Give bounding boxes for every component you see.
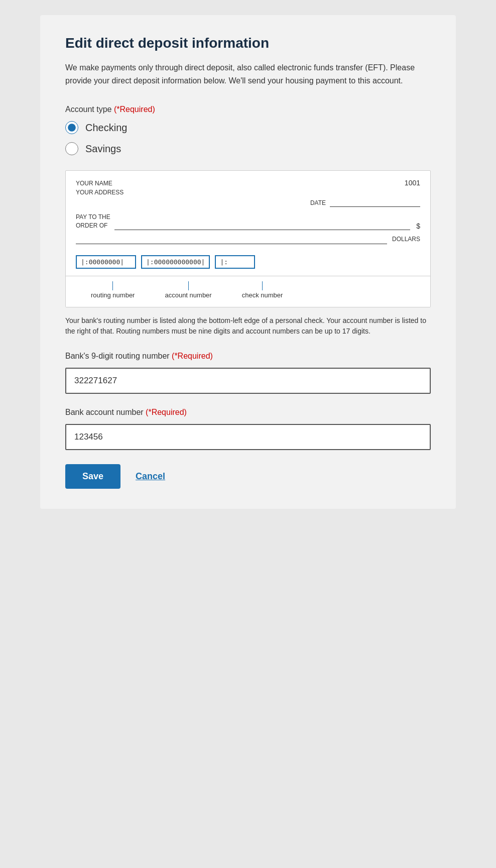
account-label-group: account number (165, 281, 211, 300)
routing-number-group: Bank's 9-digit routing number (*Required… (65, 352, 431, 394)
check-top-section: YOUR NAME YOUR ADDRESS 1001 DATE PAY TO … (66, 171, 430, 276)
check-pay-line (114, 220, 411, 230)
routing-number-input[interactable] (65, 368, 431, 394)
save-button[interactable]: Save (65, 464, 120, 489)
account-type-label: Account type (*Required) (65, 105, 431, 114)
micr-account-field: |:000000000000| (141, 255, 210, 269)
check-info-text: Your bank's routing number is listed alo… (65, 315, 431, 337)
routing-label-group: routing number (91, 281, 135, 300)
check-dollars-line (76, 234, 387, 244)
account-type-group: Account type (*Required) Checking Saving… (65, 105, 431, 155)
account-field-label: Bank account number (*Required) (65, 408, 431, 417)
checking-radio[interactable] (65, 121, 78, 134)
check-connector (262, 281, 263, 290)
check-date-row: DATE (76, 199, 420, 207)
account-required: (*Required) (146, 408, 187, 416)
account-type-radio-group: Checking Savings (65, 121, 431, 155)
check-number: 1001 (405, 179, 420, 187)
routing-field-label: Bank's 9-digit routing number (*Required… (65, 352, 431, 361)
account-connector (188, 281, 189, 290)
check-diagram: YOUR NAME YOUR ADDRESS 1001 DATE PAY TO … (65, 170, 431, 307)
page-title: Edit direct deposit information (65, 35, 431, 51)
routing-connector (112, 281, 113, 290)
check-dollar-sign: $ (416, 222, 420, 230)
check-label-group: check number (242, 281, 283, 300)
account-number-input[interactable] (65, 424, 431, 450)
check-date-label: DATE (310, 199, 326, 206)
check-pay-row: PAY TO THEORDER OF $ (76, 213, 420, 230)
description-text: We make payments only through direct dep… (65, 61, 431, 87)
cancel-button[interactable]: Cancel (136, 471, 165, 482)
check-date-line (330, 199, 420, 207)
account-label-text: account number (165, 291, 211, 300)
check-dollars-row: DOLLARS (76, 234, 420, 244)
check-header-row: YOUR NAME YOUR ADDRESS 1001 (76, 179, 420, 197)
check-pay-label: PAY TO THEORDER OF (76, 213, 110, 230)
micr-check-field: |: (215, 255, 255, 269)
savings-label[interactable]: Savings (85, 143, 121, 155)
check-name-address: YOUR NAME YOUR ADDRESS (76, 179, 123, 197)
page-container: Edit direct deposit information We make … (40, 15, 456, 509)
check-micr-row: |:00000000| |:000000000000| |: (76, 251, 420, 271)
savings-radio-item[interactable]: Savings (65, 142, 431, 155)
micr-section: |:00000000| |:000000000000| |: (76, 251, 420, 271)
account-type-required: (*Required) (114, 105, 155, 114)
checking-radio-item[interactable]: Checking (65, 121, 431, 134)
account-number-group: Bank account number (*Required) (65, 408, 431, 450)
micr-routing-field: |:00000000| (76, 255, 136, 269)
check-bottom-section: routing number account number check numb… (66, 276, 430, 307)
routing-required: (*Required) (172, 352, 213, 360)
check-dollars-label: DOLLARS (392, 236, 420, 243)
routing-label-text: routing number (91, 291, 135, 300)
check-label-text: check number (242, 291, 283, 300)
checking-label[interactable]: Checking (85, 122, 127, 134)
savings-radio[interactable] (65, 142, 78, 155)
button-row: Save Cancel (65, 464, 431, 489)
